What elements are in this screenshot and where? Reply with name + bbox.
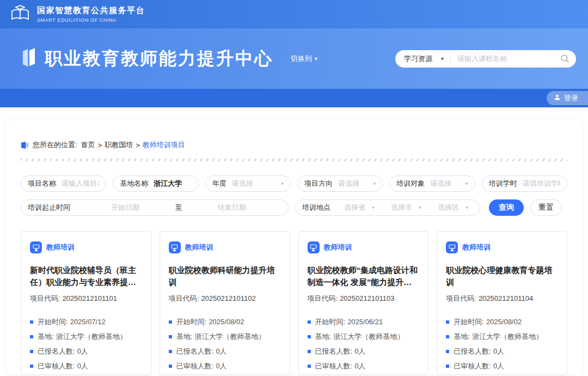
filter-label: 基地名称: [120, 179, 148, 189]
center-logo-icon: [20, 47, 38, 71]
filter-pill[interactable]: 基地名称 浙江大学: [113, 175, 198, 192]
info-value: 0人: [493, 361, 504, 371]
card-code: 项目代码:20250212101103: [308, 294, 420, 304]
info-value: 2025/08/02: [486, 318, 522, 326]
chevron-down-icon: ▾: [372, 205, 375, 210]
card-info-row: 基地:浙江大学（教师基地）: [446, 329, 558, 344]
filter-pill[interactable]: 项目方向 请选择 ▾: [297, 175, 383, 192]
filter-value[interactable]: 浙江大学: [154, 179, 182, 189]
filter-label: 项目名称: [28, 179, 56, 189]
search-divider: [450, 54, 451, 63]
filter-value[interactable]: 请选择: [430, 179, 451, 189]
search-icon[interactable]: [560, 54, 569, 63]
teacher-training-icon: [169, 241, 181, 253]
district-select[interactable]: 选择区 ▾: [430, 203, 476, 213]
filter-value[interactable]: 请选择: [338, 179, 359, 189]
date-range-to: 至: [175, 203, 182, 213]
training-card[interactable]: 教师培训 新时代职业院校辅导员（班主任）职业能力与专业素养提升... 项目代码:…: [21, 231, 151, 375]
bullet-icon: [30, 335, 33, 338]
bullet-icon: [308, 365, 311, 368]
info-value: 浙江大学（教师基地）: [194, 332, 265, 342]
card-code: 项目代码:20250212101104: [446, 294, 558, 304]
info-label: 基地:: [454, 332, 470, 342]
date-range-filter[interactable]: 培训起止时间 开始日期 至 结束日期: [21, 199, 289, 216]
district-value: 选择区: [438, 203, 459, 213]
city-value: 选择市: [391, 203, 412, 213]
card-info-row: 已审核人数:0人: [308, 359, 420, 373]
login-button[interactable]: 登录: [547, 91, 588, 105]
filter-pill[interactable]: 年度 请选择 ▾: [205, 175, 291, 192]
training-card[interactable]: 教师培训 职业院校教师科研能力提升培训 项目代码:20250212101102 …: [160, 231, 290, 375]
training-card[interactable]: 教师培训 职业院校教师“集成电路设计和制造一体化 发展”能力提升培训 项目代码:…: [298, 231, 429, 375]
filter-pill[interactable]: 培训对象 请选择 ▾: [389, 175, 475, 192]
breadcrumb-separator: >: [98, 141, 102, 149]
province-select[interactable]: 选择省 ▾: [336, 203, 383, 213]
filter-value[interactable]: 请输入项目名称: [62, 179, 99, 189]
info-value: 0人: [493, 347, 504, 356]
start-date-input[interactable]: 开始日期: [76, 203, 175, 213]
card-title[interactable]: 新时代职业院校辅导员（班主任）职业能力与专业素养提升...: [30, 264, 142, 288]
info-label: 已审核人数:: [454, 361, 491, 371]
teacher-training-icon: [308, 241, 320, 253]
card-code: 项目代码:20250212101101: [30, 294, 142, 304]
platform-title-cn: 国家智慧教育公共服务平台: [37, 5, 145, 16]
search-category-value: 学习资源: [404, 54, 432, 64]
chevron-down-icon: ▾: [315, 56, 317, 62]
card-badge-label: 教师培训: [324, 242, 352, 252]
page-title: 职业教育教师能力提升中心: [45, 47, 273, 71]
bullet-icon: [308, 335, 311, 338]
filter-pill[interactable]: 培训学时 请填培训学时: [482, 175, 567, 192]
breadcrumb-separator: >: [136, 141, 140, 149]
filter-value[interactable]: 请填培训学时: [523, 179, 560, 189]
reset-button[interactable]: 重置: [530, 199, 562, 216]
location-filter[interactable]: 培训地点 选择省 ▾ 选择市 ▾ 选择区 ▾: [295, 199, 480, 216]
breadcrumb-item[interactable]: 教师培训项目: [143, 140, 185, 150]
breadcrumb-item[interactable]: 职教国培: [105, 140, 133, 150]
info-value: 2025/06/21: [347, 318, 383, 326]
course-search-input[interactable]: [457, 54, 557, 63]
info-label: 基地:: [176, 332, 193, 342]
card-title[interactable]: 职业院校教师科研能力提升培训: [169, 264, 281, 288]
info-label: 基地:: [38, 332, 54, 342]
search-category-select[interactable]: 学习资源 ▾: [404, 54, 444, 64]
end-date-input[interactable]: 结束日期: [182, 203, 282, 213]
city-select[interactable]: 选择市 ▾: [383, 203, 430, 213]
info-value: 0人: [354, 347, 365, 356]
card-title[interactable]: 职业院校教师“集成电路设计和制造一体化 发展”能力提升培训: [308, 264, 420, 288]
card-code-label: 项目代码:: [169, 294, 199, 302]
breadcrumb-item[interactable]: 首页: [81, 140, 95, 150]
card-info-row: 已报名人数:0人: [308, 344, 420, 359]
search-button[interactable]: 查询: [489, 199, 524, 216]
card-info-list: 开始时间:2025/06/21 基地:浙江大学（教师基地） 已报名人数:0人 已…: [308, 314, 420, 373]
training-card[interactable]: 教师培训 职业院校心理健康教育专题培训 项目代码:20250212101104 …: [437, 231, 567, 375]
chevron-down-icon: ▾: [465, 205, 468, 210]
card-badge: 教师培训: [30, 241, 142, 253]
info-label: 已审核人数:: [315, 361, 353, 371]
chevron-down-icon: ▾: [419, 205, 421, 210]
course-search-bar: 学习资源 ▾: [395, 50, 576, 68]
card-info-row: 已审核人数:0人: [446, 359, 558, 373]
cards-grid: 教师培训 新时代职业院校辅导员（班主任）职业能力与专业素养提升... 项目代码:…: [21, 231, 567, 375]
filter-label: 培训对象: [396, 179, 425, 189]
card-badge: 教师培训: [446, 241, 558, 253]
card-badge: 教师培训: [308, 241, 420, 253]
info-label: 已报名人数:: [454, 347, 491, 356]
card-info-row: 开始时间:2025/08/02: [169, 314, 281, 329]
card-info-row: 已审核人数:0人: [30, 359, 142, 373]
info-label: 基地:: [315, 332, 332, 342]
filter-label: 项目方向: [304, 179, 333, 189]
info-value: 2025/07/12: [70, 318, 106, 326]
card-code-label: 项目代码:: [446, 294, 476, 302]
info-label: 已报名人数:: [38, 347, 75, 356]
card-code-label: 项目代码:: [308, 294, 338, 302]
bullet-icon: [169, 320, 172, 324]
filter-pill[interactable]: 项目名称 请输入项目名称: [21, 175, 106, 192]
info-value: 浙江大学（教师基地）: [56, 332, 127, 342]
platform-title: 国家智慧教育公共服务平台 SMART EDUCATION OF CHINA: [37, 5, 145, 23]
card-badge: 教师培训: [169, 241, 281, 253]
info-value: 0人: [216, 361, 226, 371]
card-info-row: 已审核人数:0人: [169, 359, 281, 373]
switch-center-link[interactable]: 切换到 ▾: [291, 54, 317, 64]
filter-value[interactable]: 请选择: [232, 179, 253, 189]
card-title[interactable]: 职业院校心理健康教育专题培训: [446, 264, 558, 288]
